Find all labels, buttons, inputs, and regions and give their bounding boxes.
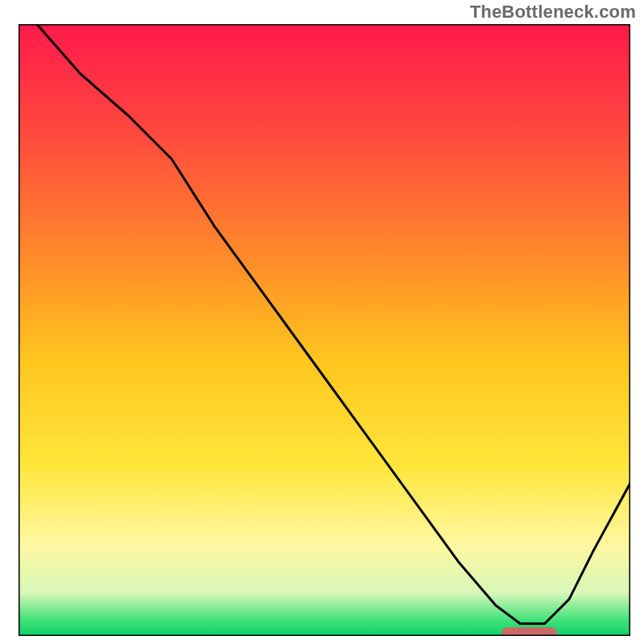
- watermark-text: TheBottleneck.com: [470, 2, 636, 23]
- optimal-marker: [502, 627, 556, 638]
- chart-container: TheBottleneck.com: [0, 0, 644, 644]
- gradient-background: [19, 24, 630, 636]
- bottleneck-chart: [0, 0, 644, 644]
- plot-area: [19, 24, 630, 638]
